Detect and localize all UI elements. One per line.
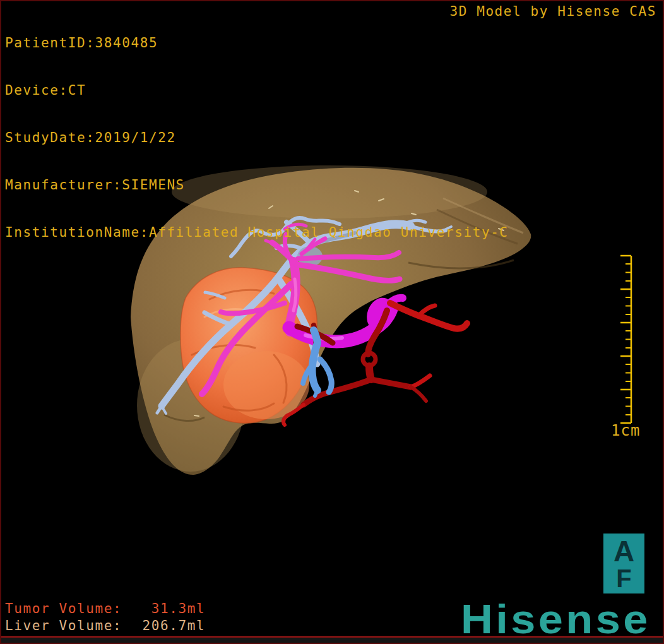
liver-volume-value: 206.7ml — [122, 617, 205, 635]
orientation-marker: A F — [603, 534, 644, 593]
scale-ruler — [607, 249, 645, 444]
institution-line: InstitutionName:Affiliated Hospital Qing… — [5, 225, 509, 241]
tumor-volume-label: Tumor Volume: — [5, 600, 122, 617]
volume-readouts: Tumor Volume: 31.3ml Liver Volume: 206.7… — [5, 600, 205, 635]
3d-viewport[interactable]: PatientID:3840485 Device:CT StudyDate:20… — [0, 0, 664, 644]
orientation-letter-foot: F — [616, 566, 631, 591]
liver-volume-label: Liver Volume: — [5, 617, 122, 635]
manufacturer-line: Manufacturer:SIEMENS — [5, 177, 509, 193]
liver-volume-row: Liver Volume: 206.7ml — [5, 617, 205, 635]
patient-info-overlay: PatientID:3840485 Device:CT StudyDate:20… — [5, 4, 509, 272]
device-line: Device:CT — [5, 83, 509, 98]
patient-id-line: PatientID:3840485 — [5, 35, 509, 51]
orientation-letter-anterior: A — [614, 537, 634, 566]
bottom-border-strip — [1, 636, 663, 643]
tumor-volume-row: Tumor Volume: 31.3ml — [5, 600, 205, 617]
study-date-line: StudyDate:2019/1/22 — [5, 130, 509, 146]
viewer-title: 3D Model by Hisense CAS — [449, 4, 656, 20]
scale-label: 1cm — [611, 422, 640, 439]
tumor-volume-value: 31.3ml — [122, 600, 205, 617]
